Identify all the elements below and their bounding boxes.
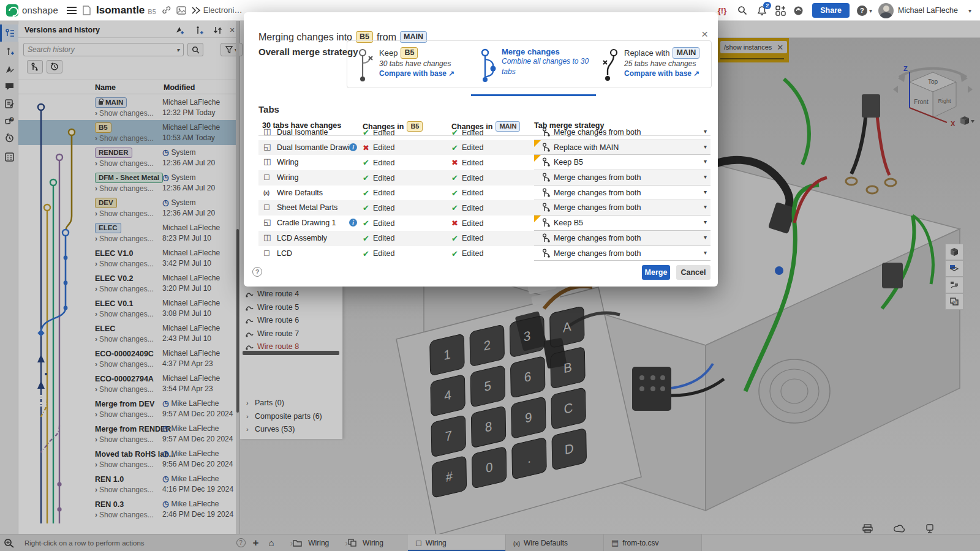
merge-tab-row[interactable]: Wiring Edited Edited M bbox=[258, 170, 710, 186]
tab-name: Dual Isomantle Drawi... bbox=[277, 143, 356, 152]
strategy-options: KeepB5 30 tabs have changes Compare with… bbox=[347, 40, 712, 88]
tab-type-icon bbox=[263, 218, 271, 226]
tab-type-icon bbox=[263, 249, 270, 257]
modified-strategy-flag bbox=[534, 140, 541, 147]
document-title[interactable]: Isomantle bbox=[96, 4, 145, 17]
branch-strategy-icon bbox=[542, 233, 551, 243]
tab-name: Wiring bbox=[277, 173, 298, 182]
avatar[interactable] bbox=[878, 3, 894, 18]
learning-center-icon[interactable] bbox=[793, 6, 804, 16]
onshape-logo-icon bbox=[6, 4, 18, 17]
main-change-status-icon bbox=[451, 158, 458, 167]
user-chevron-down-icon[interactable]: ▾ bbox=[968, 7, 971, 14]
main-menu-icon[interactable] bbox=[67, 7, 77, 14]
help-icon[interactable]: ? bbox=[857, 6, 867, 16]
chevron-down-icon: ▾ bbox=[704, 173, 707, 180]
edited-label: Edited bbox=[462, 143, 483, 152]
insert-image-icon[interactable] bbox=[176, 6, 186, 15]
notifications-bell-icon[interactable]: 2 bbox=[757, 6, 767, 16]
branch-strategy-icon bbox=[542, 188, 551, 198]
chevron-down-icon: ▾ bbox=[704, 234, 707, 241]
tab-merge-strategy-select[interactable]: Merge changes from both ▾ bbox=[534, 246, 710, 261]
merge-tab-row[interactable]: Dual Isomantle Drawi... Edited Edited bbox=[258, 140, 710, 156]
link-icon[interactable] bbox=[162, 6, 171, 15]
chevron-down-icon: ▾ bbox=[704, 128, 707, 135]
tab-merge-strategy-select[interactable]: Keep B5 ▾ bbox=[534, 155, 710, 170]
branch-strategy-icon bbox=[542, 203, 551, 212]
tab-merge-strategy-select[interactable]: Merge changes from both ▾ bbox=[534, 125, 710, 140]
compare-with-base-link[interactable]: Compare with base ↗ bbox=[624, 69, 699, 78]
main-change-status-icon bbox=[451, 173, 458, 182]
close-icon[interactable]: × bbox=[701, 28, 708, 40]
replace-branch-icon bbox=[602, 48, 620, 83]
linked-document-icon[interactable] bbox=[192, 6, 201, 15]
merge-dialog: Merging changes into B5 from MAIN × Over… bbox=[244, 12, 718, 287]
modified-strategy-flag bbox=[534, 216, 541, 222]
tab-type-icon bbox=[263, 188, 270, 196]
compare-with-base-link[interactable]: Compare with base ↗ bbox=[379, 69, 454, 78]
branch-strategy-icon bbox=[542, 173, 551, 182]
user-name[interactable]: Michael LaFleche bbox=[898, 6, 958, 15]
tab-merge-strategy-select[interactable]: Merge changes from both ▾ bbox=[534, 186, 710, 201]
tab-type-icon bbox=[263, 127, 271, 135]
overall-strategy-label: Overall merge strategy bbox=[258, 47, 358, 57]
tab-name: Cradle Drawing 1 bbox=[277, 219, 336, 227]
b5-change-status-icon bbox=[363, 143, 369, 152]
cancel-button[interactable]: Cancel bbox=[676, 265, 710, 280]
edited-label: Edited bbox=[462, 129, 483, 137]
option-badge: B5 bbox=[401, 47, 418, 59]
chevron-down-icon: ▾ bbox=[704, 158, 707, 165]
edited-label: Edited bbox=[373, 204, 394, 212]
linked-document-label[interactable]: Electroni… bbox=[203, 6, 243, 15]
edited-label: Edited bbox=[373, 234, 394, 242]
tab-type-icon bbox=[263, 233, 271, 241]
edited-label: Edited bbox=[373, 249, 394, 258]
merge-tab-row[interactable]: Wiring Edited Edited K bbox=[258, 155, 710, 170]
share-button[interactable]: Share bbox=[812, 3, 850, 18]
search-icon[interactable] bbox=[737, 6, 747, 15]
strategy-option-merge[interactable]: Merge changes Combine all changes to 30 … bbox=[480, 47, 594, 89]
strategy-option-replace[interactable]: Replace withMAIN 25 tabs have changes Co… bbox=[602, 47, 710, 89]
option-badge: MAIN bbox=[673, 47, 699, 59]
tab-type-icon bbox=[263, 173, 270, 181]
tab-merge-strategy-select[interactable]: Keep B5 ▾ bbox=[534, 216, 710, 231]
tab-merge-strategy-select[interactable]: Replace with MAIN ▾ bbox=[534, 140, 710, 156]
help-chevron-down-icon[interactable]: ▾ bbox=[869, 7, 872, 14]
merge-button[interactable]: Merge bbox=[642, 265, 670, 280]
b5-change-status-icon bbox=[363, 219, 369, 228]
feedback-icon[interactable]: {!} bbox=[718, 6, 726, 15]
edited-label: Edited bbox=[373, 159, 394, 167]
edited-label: Edited bbox=[373, 143, 394, 152]
document-icon bbox=[82, 6, 91, 15]
edited-label: Edited bbox=[373, 129, 394, 137]
tab-type-icon bbox=[263, 157, 271, 165]
tab-merge-strategy-select[interactable]: Merge changes from both ▾ bbox=[534, 200, 710, 216]
branch-strategy-icon bbox=[542, 218, 551, 228]
tab-name: Dual Isomantle bbox=[277, 128, 328, 137]
merge-tab-row[interactable]: Sheet Metal Parts Edited Edited bbox=[258, 200, 710, 216]
tab-name: Sheet Metal Parts bbox=[277, 203, 337, 212]
apps-icon[interactable] bbox=[775, 6, 786, 16]
strategy-option-keep[interactable]: KeepB5 30 tabs have changes Compare with… bbox=[357, 47, 471, 89]
tab-merge-strategy-select[interactable]: Merge changes from both ▾ bbox=[534, 231, 710, 246]
edited-label: Edited bbox=[462, 249, 483, 258]
branch-strategy-icon bbox=[542, 157, 551, 167]
merge-tab-row[interactable]: LCD Assembly Edited Edited bbox=[258, 231, 710, 246]
info-icon[interactable] bbox=[349, 219, 357, 227]
modified-strategy-flag bbox=[534, 155, 541, 162]
tab-merge-strategy-select[interactable]: Merge changes from both ▾ bbox=[534, 170, 710, 186]
b5-change-status-icon bbox=[363, 128, 369, 137]
onshape-logo[interactable]: onshape bbox=[6, 4, 58, 17]
edited-label: Edited bbox=[373, 174, 394, 182]
chevron-down-icon: ▾ bbox=[704, 189, 707, 195]
dialog-help-icon[interactable] bbox=[252, 267, 262, 277]
info-icon[interactable] bbox=[349, 143, 357, 151]
merge-branch-icon bbox=[480, 48, 498, 83]
tab-type-icon bbox=[263, 143, 271, 151]
merge-tab-row[interactable]: Dual Isomantle Edited Edited bbox=[258, 125, 710, 140]
merge-tab-row[interactable]: LCD Edited Edited Merg bbox=[258, 246, 710, 261]
workspace-label: B5 bbox=[148, 8, 156, 15]
merge-tab-row[interactable]: Wire Defaults Edited Edited bbox=[258, 186, 710, 201]
branch-strategy-icon bbox=[542, 143, 551, 152]
merge-tab-row[interactable]: Cradle Drawing 1 Edited Edited bbox=[258, 216, 710, 231]
